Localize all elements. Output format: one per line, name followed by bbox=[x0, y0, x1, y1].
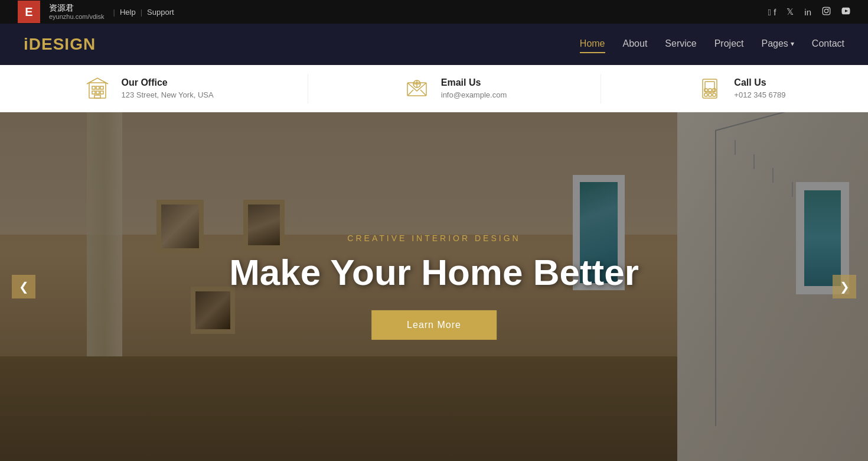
brand-i: i bbox=[24, 35, 29, 53]
hero-subtitle: CREATIVE INTERIOR DESIGN bbox=[229, 233, 639, 243]
hero-content: CREATIVE INTERIOR DESIGN Make Your Home … bbox=[229, 233, 639, 340]
svg-rect-0 bbox=[823, 7, 830, 15]
svg-line-12 bbox=[407, 90, 413, 96]
nav-service[interactable]: Service bbox=[665, 35, 696, 53]
svg-rect-6 bbox=[100, 86, 103, 89]
support-link[interactable]: Support bbox=[147, 8, 174, 17]
svg-rect-17 bbox=[704, 93, 707, 96]
svg-line-13 bbox=[420, 90, 426, 96]
call-text: Call Us +012 345 6789 bbox=[734, 77, 785, 99]
top-bar-links: | Help | Support bbox=[113, 8, 174, 17]
office-title: Our Office bbox=[122, 77, 214, 88]
svg-rect-4 bbox=[92, 86, 95, 89]
call-icon bbox=[695, 74, 725, 103]
svg-rect-9 bbox=[100, 91, 103, 94]
navbar: iDESIGN Home About Service Project Pages… bbox=[0, 24, 868, 65]
logo-letter: E bbox=[25, 5, 32, 19]
call-title: Call Us bbox=[734, 77, 785, 88]
office-text: Our Office 123 Street, New York, USA bbox=[122, 77, 214, 99]
instagram-icon[interactable] bbox=[822, 7, 831, 17]
call-detail: +012 345 6789 bbox=[734, 90, 785, 99]
svg-rect-20 bbox=[704, 89, 707, 92]
call-info: Call Us +012 345 6789 bbox=[695, 74, 785, 103]
prev-arrow[interactable]: ❮ bbox=[12, 275, 35, 298]
help-link[interactable]: Help bbox=[120, 8, 136, 17]
hero-section: ❮ ❯ CREATIVE INTERIOR DESIGN Make Your H… bbox=[0, 112, 868, 461]
svg-rect-18 bbox=[709, 93, 712, 96]
office-icon bbox=[83, 74, 112, 103]
top-bar-left: E 资源君 eyunzhu.com/vdisk | Help | Support bbox=[18, 1, 174, 23]
linkedin-icon[interactable]: in bbox=[804, 7, 811, 17]
brand-logo[interactable]: iDESIGN bbox=[24, 35, 96, 54]
next-arrow[interactable]: ❯ bbox=[833, 275, 856, 298]
nav-pages[interactable]: Pages bbox=[761, 35, 794, 53]
sep2: | bbox=[141, 8, 142, 17]
svg-rect-8 bbox=[96, 91, 99, 94]
svg-rect-5 bbox=[96, 86, 99, 89]
divider-1 bbox=[308, 74, 308, 103]
svg-point-1 bbox=[824, 9, 828, 12]
facebook-icon[interactable]:  f bbox=[768, 7, 776, 17]
logo-url: eyunzhu.com/vdisk bbox=[49, 13, 105, 21]
nav-links: Home About Service Project Pages Contact bbox=[580, 35, 844, 53]
email-icon bbox=[402, 74, 432, 103]
nav-project[interactable]: Project bbox=[714, 35, 744, 53]
twitter-icon[interactable]: 𝕏 bbox=[787, 7, 794, 17]
email-detail: info@example.com bbox=[441, 90, 507, 99]
email-info: Email Us info@example.com bbox=[402, 74, 507, 103]
logo-box: E bbox=[18, 1, 40, 23]
svg-point-2 bbox=[828, 8, 829, 9]
email-title: Email Us bbox=[441, 77, 507, 88]
nav-home[interactable]: Home bbox=[580, 35, 605, 53]
top-bar: E 资源君 eyunzhu.com/vdisk | Help | Support… bbox=[0, 0, 868, 24]
divider-2 bbox=[601, 74, 601, 103]
svg-rect-7 bbox=[92, 91, 95, 94]
svg-rect-21 bbox=[709, 89, 712, 92]
logo-text: 资源君 eyunzhu.com/vdisk bbox=[49, 3, 105, 21]
office-info: Our Office 123 Street, New York, USA bbox=[83, 74, 214, 103]
nav-about[interactable]: About bbox=[623, 35, 648, 53]
social-icons:  f 𝕏 in bbox=[768, 7, 850, 17]
brand-design: DESIGN bbox=[29, 35, 96, 53]
youtube-icon[interactable] bbox=[841, 7, 850, 17]
nav-contact[interactable]: Contact bbox=[812, 35, 844, 53]
logo-name: 资源君 bbox=[49, 3, 105, 13]
learn-more-button[interactable]: Learn More bbox=[371, 310, 497, 340]
hero-title: Make Your Home Better bbox=[229, 252, 639, 293]
office-detail: 123 Street, New York, USA bbox=[122, 90, 214, 99]
email-text: Email Us info@example.com bbox=[441, 77, 507, 99]
svg-rect-19 bbox=[713, 93, 716, 96]
svg-rect-10 bbox=[94, 95, 100, 98]
sep1: | bbox=[113, 8, 115, 17]
info-bar: Our Office 123 Street, New York, USA Ema… bbox=[0, 65, 868, 112]
svg-rect-3 bbox=[89, 83, 106, 98]
